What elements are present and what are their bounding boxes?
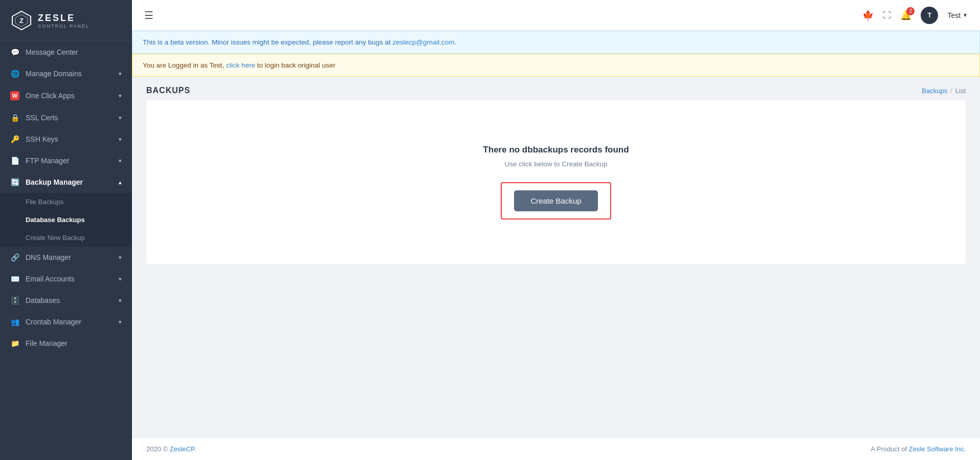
beta-alert: This is a beta version. Minor issues mig… (132, 31, 980, 54)
one-click-apps-icon: W (10, 91, 19, 100)
chevron-up-icon: ▴ (119, 179, 122, 186)
ftp-manager-icon: 📄 (10, 157, 19, 165)
sidebar-item-label: File Manager (26, 339, 68, 347)
footer: 2020 © ZesleCP. A Product of Zesle Softw… (132, 437, 980, 460)
message-center-icon: 💬 (10, 48, 19, 56)
user-name[interactable]: Test ▼ (947, 11, 968, 19)
database-backups-label: Database Backups (26, 216, 85, 224)
sidebar: Z ZESLE CONTROL PANEL 💬 Message Center 🌐… (0, 0, 132, 460)
flag-icon[interactable]: 🍁 (862, 10, 874, 21)
manage-domains-icon: 🌐 (10, 70, 19, 78)
chevron-down-icon: ▾ (119, 136, 122, 143)
sidebar-sub-item-database-backups[interactable]: Database Backups (0, 211, 132, 229)
ssh-keys-icon: 🔑 (10, 135, 19, 143)
logged-alert: You are Logged in as Test, click here to… (132, 54, 980, 77)
notification-icon[interactable]: 🔔 2 (900, 10, 911, 21)
dns-manager-icon: 🔗 (10, 253, 19, 261)
beta-email-link[interactable]: zeslecp@gmail.com (393, 38, 455, 46)
chevron-down-icon: ▾ (119, 71, 122, 77)
sidebar-item-label: Crontab Manager (26, 318, 81, 326)
sidebar-item-label: Email Accounts (26, 275, 75, 283)
chevron-down-icon: ▾ (119, 319, 122, 325)
sidebar-item-dns-manager[interactable]: 🔗 DNS Manager ▾ (0, 247, 132, 268)
fullscreen-icon[interactable]: ⛶ (883, 11, 891, 20)
sidebar-item-label: Manage Domains (26, 70, 82, 78)
svg-text:Z: Z (19, 17, 24, 25)
sidebar-sub-item-create-new-backup[interactable]: Create New Backup (0, 229, 132, 247)
ssl-certs-icon: 🔒 (10, 114, 19, 122)
sidebar-item-backup-manager[interactable]: 🔄 Backup Manager ▴ (0, 171, 132, 193)
sidebar-item-email-accounts[interactable]: ✉️ Email Accounts ▾ (0, 268, 132, 290)
create-backup-highlight: Create Backup (501, 182, 611, 220)
sidebar-item-ftp-manager[interactable]: 📄 FTP Manager ▾ (0, 150, 132, 171)
sidebar-item-label: FTP Manager (26, 157, 69, 165)
create-backup-button[interactable]: Create Backup (514, 190, 597, 211)
notification-badge: 2 (906, 7, 915, 15)
logged-text: You are Logged in as Test, (143, 61, 226, 69)
sidebar-item-label: Message Center (26, 48, 78, 56)
email-accounts-icon: ✉️ (10, 275, 19, 283)
sidebar-item-crontab-manager[interactable]: 👥 Crontab Manager ▾ (0, 311, 132, 333)
chevron-down-icon: ▾ (119, 115, 122, 121)
content-card: There no dbbackups records found Use cli… (146, 100, 966, 264)
empty-sub: Use click below to Create Backup (504, 160, 607, 168)
chevron-down-icon: ▾ (119, 276, 122, 282)
sidebar-item-label: Backup Manager (26, 178, 83, 186)
create-new-backup-label: Create New Backup (26, 234, 85, 242)
chevron-down-icon: ▾ (119, 297, 122, 304)
breadcrumb: Backups / List (922, 87, 966, 95)
databases-icon: 🗄️ (10, 296, 19, 304)
sidebar-item-ssl-certs[interactable]: 🔒 SSL Certs ▾ (0, 107, 132, 128)
chevron-down-icon: ▾ (119, 254, 122, 261)
sidebar-item-label: One Click Apps (26, 92, 75, 100)
file-manager-icon: 📁 (10, 339, 19, 347)
chevron-down-icon: ▾ (119, 93, 122, 99)
header: ☰ 🍁 ⛶ 🔔 2 T Test ▼ (132, 0, 980, 31)
breadcrumb-backups[interactable]: Backups (922, 87, 947, 95)
logo-subtitle: CONTROL PANEL (38, 24, 90, 29)
page-title: BACKUPS (146, 86, 190, 95)
sidebar-item-message-center[interactable]: 💬 Message Center (0, 41, 132, 63)
beta-alert-text: This is a beta version. Minor issues mig… (143, 38, 393, 46)
crontab-manager-icon: 👥 (10, 318, 19, 326)
breadcrumb-sep: / (950, 87, 952, 95)
click-here-link[interactable]: click here (226, 61, 255, 69)
breadcrumb-list: List (955, 87, 966, 95)
sidebar-item-label: Databases (26, 296, 60, 304)
avatar-initials: T (927, 11, 931, 19)
user-chevron-icon: ▼ (963, 12, 968, 18)
hamburger-icon[interactable]: ☰ (144, 9, 153, 21)
sidebar-item-label: SSL Certs (26, 114, 58, 122)
header-right: 🍁 ⛶ 🔔 2 T Test ▼ (862, 7, 968, 24)
sidebar-sub-item-file-backups[interactable]: File Backups (0, 193, 132, 211)
backup-manager-submenu: File Backups Database Backups Create New… (0, 193, 132, 247)
sidebar-item-ssh-keys[interactable]: 🔑 SSH Keys ▾ (0, 128, 132, 150)
footer-brand-link[interactable]: ZesleCP (170, 445, 194, 453)
footer-right: A Product of Zesle Software Inc. (871, 445, 966, 453)
backup-manager-icon: 🔄 (10, 178, 19, 186)
avatar[interactable]: T (921, 7, 938, 24)
sidebar-item-one-click-apps[interactable]: W One Click Apps ▾ (0, 84, 132, 107)
main-content: ☰ 🍁 ⛶ 🔔 2 T Test ▼ This is a beta (132, 0, 980, 460)
sidebar-item-databases[interactable]: 🗄️ Databases ▾ (0, 290, 132, 311)
content-area: This is a beta version. Minor issues mig… (132, 31, 980, 437)
page-header: BACKUPS Backups / List (132, 77, 980, 100)
logo-title: ZESLE (38, 13, 90, 24)
sidebar-item-manage-domains[interactable]: 🌐 Manage Domains ▾ (0, 63, 132, 84)
sidebar-item-label: SSH Keys (26, 135, 58, 143)
sidebar-logo: Z ZESLE CONTROL PANEL (0, 0, 132, 41)
empty-title: There no dbbackups records found (483, 145, 629, 155)
sidebar-item-file-manager[interactable]: 📁 File Manager (0, 333, 132, 354)
chevron-down-icon: ▾ (119, 158, 122, 164)
footer-left: 2020 © ZesleCP. (146, 445, 196, 453)
file-backups-label: File Backups (26, 198, 63, 206)
footer-right-link[interactable]: Zesle Software Inc. (909, 445, 966, 453)
sidebar-item-label: DNS Manager (26, 253, 71, 261)
